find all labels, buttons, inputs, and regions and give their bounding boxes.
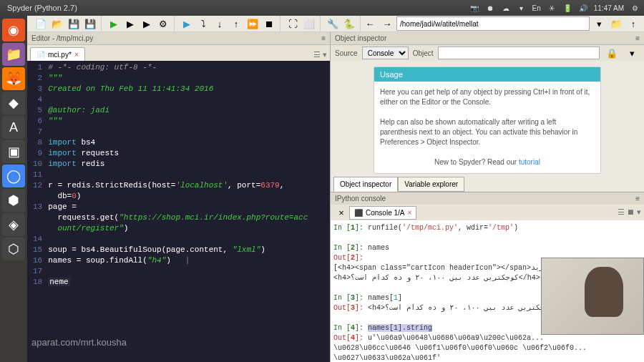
console-tab-bar: × ⬛ Console 1/A × ☰ ⏹ ▾	[331, 205, 644, 220]
object-label: Object	[413, 49, 434, 57]
launcher-files[interactable]: 📁	[2, 43, 25, 66]
gear-icon[interactable]: ⚙	[630, 3, 640, 13]
file-icon: 📄	[36, 51, 45, 59]
save-icon[interactable]: 💾	[66, 16, 82, 31]
pythonpath-icon[interactable]: 🐍	[341, 16, 357, 31]
volume-icon[interactable]: 🔊	[578, 3, 588, 13]
line-gutter: 123456789101112131415161718	[27, 61, 45, 289]
battery-icon[interactable]: 🔋	[562, 3, 572, 13]
editor-header: Editor - /tmp/mci.py ≡	[27, 32, 330, 45]
console-close-icon[interactable]: ×	[333, 205, 349, 220]
window-title: Spyder (Python 2.7)	[7, 4, 77, 12]
run-selection-icon[interactable]: ▶	[139, 16, 155, 31]
tab-object-inspector[interactable]: Object inspector	[333, 177, 398, 192]
launcher-app4[interactable]: ◈	[2, 213, 25, 236]
fullscreen-icon[interactable]: ⬜	[301, 16, 317, 31]
ipython-header: IPython console ≡	[331, 192, 644, 205]
source-label: Source	[335, 49, 358, 57]
run-icon[interactable]: ▶	[106, 16, 122, 31]
prefs-icon[interactable]: 🔧	[325, 16, 341, 31]
launcher-app2[interactable]: A	[2, 116, 25, 139]
up-dir-icon[interactable]: ↑	[625, 16, 641, 31]
console-stop-icon[interactable]: ⏹	[627, 207, 635, 217]
record-icon[interactable]: ⏺	[485, 3, 495, 13]
inspector-header: Object inspector ≡	[331, 32, 644, 45]
continue-icon[interactable]: ⏩	[245, 16, 260, 31]
inspector-toolbar: Source Console Object 🔒 ▾	[331, 45, 644, 61]
watermark: aparat.com/mrt.kousha	[31, 337, 127, 348]
step-icon[interactable]: ⤵	[195, 16, 211, 31]
system-tray: 📷 ⏺ ☁ ▾ En ⚹ 🔋 🔊 11:47 AM ⚙	[469, 0, 640, 16]
launcher-dash[interactable]: ◉	[2, 19, 25, 41]
camera-icon[interactable]: 📷	[469, 3, 479, 13]
back-icon[interactable]: ←	[362, 16, 378, 31]
bluetooth-icon[interactable]: ⚹	[547, 3, 557, 13]
stop-icon[interactable]: ⏹	[261, 16, 277, 31]
browse-icon[interactable]: ▾	[591, 16, 607, 31]
launcher-chrome[interactable]: ◯	[2, 165, 25, 187]
lang-indicator[interactable]: En	[532, 4, 541, 12]
console-opts-icon[interactable]: ▾	[637, 207, 641, 217]
save-all-icon[interactable]: 💾	[82, 16, 98, 31]
forward-icon[interactable]: →	[379, 16, 395, 31]
inspector-tabs: Object inspector Variable explorer	[331, 177, 644, 192]
open-file-icon[interactable]: 📂	[49, 16, 65, 31]
tab-close-icon[interactable]: ×	[74, 50, 79, 59]
folder-icon[interactable]: 📁	[608, 16, 624, 31]
dropbox-icon[interactable]: ☁	[501, 3, 511, 13]
console-icon: ⬛	[354, 209, 363, 217]
console-list-icon[interactable]: ☰	[618, 207, 625, 217]
inspector-title: Object inspector	[335, 34, 386, 42]
launcher-app3[interactable]: ⬢	[2, 189, 25, 212]
usage-title: Usage	[374, 67, 600, 82]
new-file-icon[interactable]: 📄	[33, 16, 49, 31]
debug-icon[interactable]: ▶	[179, 16, 195, 31]
editor-options-icon[interactable]: ≡	[321, 34, 326, 42]
ipython-title: IPython console	[335, 195, 386, 202]
editor-options-icon[interactable]: ▾	[323, 50, 327, 59]
console-tab[interactable]: ⬛ Console 1/A ×	[349, 206, 416, 220]
editor-tab-bar: 📄 mci.py* × ☰ ▾	[27, 45, 330, 61]
clock[interactable]: 11:47 AM	[594, 4, 624, 12]
tab-variable-explorer[interactable]: Variable explorer	[398, 177, 464, 192]
launcher-terminal[interactable]: ▣	[2, 140, 25, 163]
code-editor[interactable]: 123456789101112131415161718 # -*- coding…	[27, 61, 330, 362]
launcher-firefox[interactable]: 🦊	[2, 67, 25, 90]
launcher-app1[interactable]: ◆	[2, 92, 25, 114]
step-out-icon[interactable]: ↑	[228, 16, 244, 31]
maximize-icon[interactable]: ⛶	[285, 16, 301, 31]
editor-list-icon[interactable]: ☰	[313, 50, 321, 59]
object-input[interactable]	[438, 47, 600, 59]
launcher-app5[interactable]: ⬡	[2, 238, 25, 260]
editor-panel: Editor - /tmp/mci.py ≡ 📄 mci.py* × ☰ ▾ 1…	[27, 32, 331, 362]
main-toolbar: 📄 📂 💾 💾 ▶ ▶ ▶ ⚙ ▶ ⤵ ↓ ↑ ⏩ ⏹ ⛶ ⬜ 🔧 🐍 ← →	[27, 16, 644, 32]
run-cell-icon[interactable]: ▶	[122, 16, 138, 31]
run-config-icon[interactable]: ⚙	[155, 16, 171, 31]
tutorial-link[interactable]: tutorial	[519, 158, 540, 166]
titlebar: Spyder (Python 2.7) 📷 ⏺ ☁ ▾ En ⚹ 🔋 🔊 11:…	[0, 0, 644, 16]
usage-body: Here you can get help of any object by p…	[374, 82, 600, 173]
step-in-icon[interactable]: ↓	[212, 16, 228, 31]
options-icon[interactable]: ▾	[624, 45, 640, 61]
console-tab-close-icon[interactable]: ×	[407, 209, 411, 217]
console-tab-label: Console 1/A	[366, 209, 404, 217]
tab-label: mci.py*	[48, 51, 72, 59]
source-select[interactable]: Console	[362, 47, 409, 59]
launcher: ◉ 📁 🦊 ◆ A ▣ ◯ ⬢ ◈ ⬡	[0, 16, 27, 362]
ipython-options-icon[interactable]: ≡	[635, 195, 640, 202]
inspector-options-icon[interactable]: ≡	[635, 34, 640, 42]
webcam-overlay	[541, 258, 644, 335]
editor-tab[interactable]: 📄 mci.py* ×	[30, 47, 85, 61]
editor-title: Editor - /tmp/mci.py	[31, 34, 93, 42]
lock-icon[interactable]: 🔒	[604, 45, 620, 61]
usage-box: Usage Here you can get help of any objec…	[374, 67, 601, 174]
code-content[interactable]: # -*- coding: utf-8 -*- """ Created on T…	[45, 61, 311, 289]
network-icon[interactable]: ▾	[517, 3, 527, 13]
working-dir-input[interactable]	[396, 16, 590, 31]
